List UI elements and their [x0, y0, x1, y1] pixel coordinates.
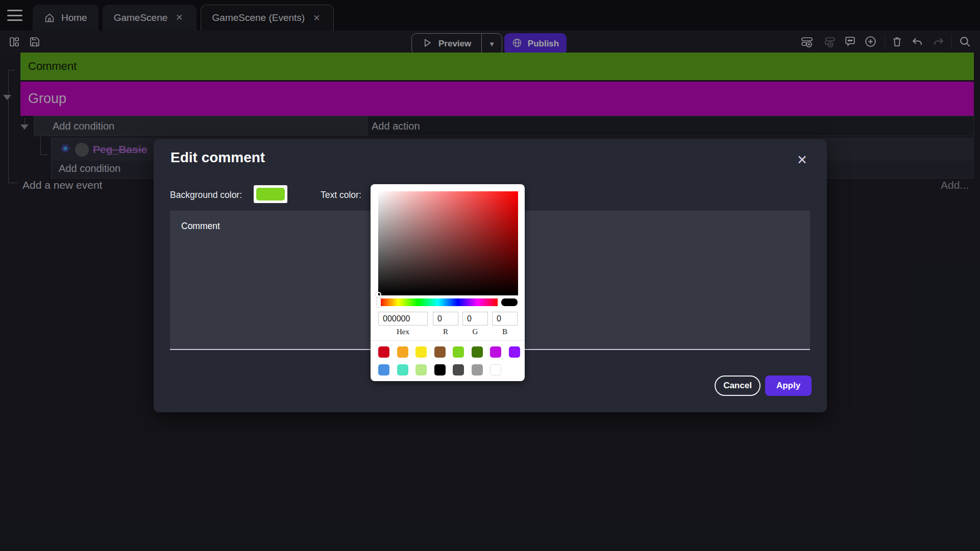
preset-color-swatch[interactable] [472, 346, 483, 358]
preset-color-swatch[interactable] [472, 364, 483, 375]
preset-color-swatch[interactable] [397, 346, 408, 358]
preset-color-swatch[interactable] [509, 346, 520, 358]
text-color-label: Text color: [321, 190, 361, 201]
preset-color-swatch[interactable] [434, 364, 446, 375]
hex-input[interactable] [378, 312, 428, 325]
color-cursor[interactable] [376, 292, 381, 297]
preset-color-swatch[interactable] [490, 346, 501, 358]
background-color-value [256, 188, 285, 201]
color-picker-popup: Hex R G B [371, 184, 525, 381]
preset-color-swatch[interactable] [397, 364, 408, 375]
hue-slider[interactable] [378, 298, 498, 306]
background-color-label: Background color: [170, 190, 242, 201]
hex-label: Hex [378, 328, 428, 336]
preset-colors-row-2 [378, 364, 501, 375]
preset-color-swatch[interactable] [453, 364, 464, 375]
saturation-value-area[interactable] [378, 191, 518, 295]
preset-color-swatch[interactable] [415, 346, 427, 358]
green-input[interactable] [462, 312, 488, 325]
background-color-swatch[interactable] [254, 185, 287, 203]
cancel-button[interactable]: Cancel [715, 375, 761, 396]
preset-colors-row-1 [378, 346, 520, 358]
apply-button[interactable]: Apply [765, 375, 812, 396]
preset-color-swatch[interactable] [415, 364, 427, 375]
red-label: R [433, 328, 458, 336]
red-input[interactable] [433, 312, 458, 325]
preset-color-swatch[interactable] [453, 346, 464, 358]
hue-slider-handle[interactable] [377, 297, 381, 307]
picker-divider [371, 340, 525, 341]
current-color-preview [501, 298, 518, 306]
blue-label: B [492, 328, 518, 336]
preset-color-swatch[interactable] [378, 346, 389, 358]
preset-color-swatch[interactable] [378, 364, 389, 375]
green-label: G [462, 328, 488, 336]
close-icon[interactable]: ✕ [793, 151, 812, 169]
preset-color-swatch[interactable] [490, 364, 501, 375]
dialog-title: Edit comment [170, 149, 265, 166]
preset-color-swatch[interactable] [434, 346, 446, 358]
blue-input[interactable] [492, 312, 518, 325]
